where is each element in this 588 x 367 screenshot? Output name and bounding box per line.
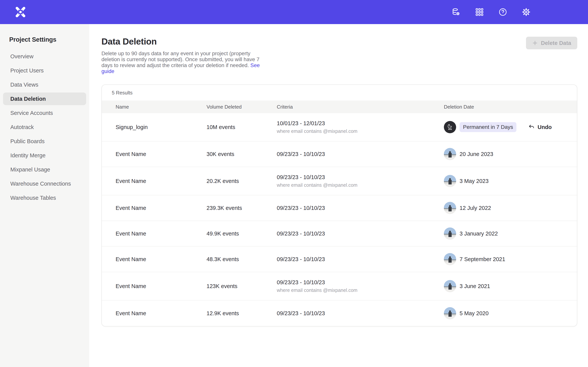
sidebar-item-public-boards[interactable]: Public Boards	[3, 135, 86, 148]
criteria-cell: 09/23/23 - 10/10/23	[277, 256, 444, 262]
deletion-date-text: 12 July 2022	[459, 205, 491, 211]
deletion-date-cell: 7 September 2021	[444, 253, 569, 265]
apps-grid-icon[interactable]	[475, 8, 484, 17]
volume-deleted-cell: 123K events	[207, 283, 277, 289]
sidebar-item-overview[interactable]: Overview	[3, 50, 86, 63]
deletion-table-card: 5 Results Name Volume Deleted Criteria D…	[102, 84, 577, 326]
volume-deleted-cell: 30K events	[207, 151, 277, 157]
top-nav	[0, 0, 588, 24]
table-row: Event Name 239.3K events 09/23/23 - 10/1…	[102, 195, 577, 221]
volume-deleted-cell: 10M events	[207, 124, 277, 130]
event-name-cell: Event Name	[116, 178, 207, 184]
table-row: Event Name 20.2K events 09/23/23 - 10/10…	[102, 167, 577, 195]
criteria-cell: 09/23/23 - 10/10/23	[277, 231, 444, 237]
deletion-date-text: 3 January 2022	[459, 231, 498, 237]
deletion-date-text: 3 June 2021	[459, 283, 490, 289]
page-title: Data Deletion	[102, 36, 270, 47]
criteria-range: 09/23/23 - 10/10/23	[277, 205, 444, 211]
column-header-criteria: Criteria	[277, 104, 444, 110]
user-avatar	[444, 280, 456, 292]
sidebar-item-data-deletion[interactable]: Data Deletion	[3, 92, 86, 105]
event-name-cell: Event Name	[116, 151, 207, 157]
column-header-name: Name	[116, 104, 207, 110]
criteria-cell: 09/23/23 - 10/10/23	[277, 151, 444, 157]
column-header-volume: Volume Deleted	[207, 104, 277, 110]
sidebar-item-label: Overview	[10, 53, 34, 60]
sidebar-item-warehouse-connections[interactable]: Warehouse Connections	[3, 177, 86, 190]
deletion-date-text: 3 May 2023	[459, 178, 489, 184]
results-count: 5 Results	[102, 85, 577, 100]
delete-data-button[interactable]: Delete Data	[526, 37, 577, 49]
criteria-range: 09/23/23 - 10/10/23	[277, 231, 444, 237]
event-name-cell: Event Name	[116, 256, 207, 262]
main-content: Data Deletion Delete up to 90 days data …	[89, 24, 588, 367]
sidebar-item-label: Autotrack	[10, 124, 34, 130]
criteria-cell: 10/01/23 - 12/01/23 where email contains…	[277, 120, 444, 134]
nav-icon-group	[452, 8, 531, 17]
user-avatar	[444, 175, 456, 187]
sidebar-item-warehouse-tables[interactable]: Warehouse Tables	[3, 192, 86, 204]
table-body: Signup_login 10M events 10/01/23 - 12/01…	[102, 113, 577, 326]
deletion-date-cell: 3 January 2022	[444, 227, 569, 240]
table-row: Event Name 123K events 09/23/23 - 10/10/…	[102, 272, 577, 300]
undo-icon	[528, 124, 535, 130]
column-header-deletion-date: Deletion Date	[444, 104, 577, 110]
settings-gear-icon[interactable]	[522, 8, 531, 17]
sidebar-item-label: Project Users	[10, 67, 44, 74]
user-avatar	[444, 148, 456, 160]
help-icon[interactable]	[498, 8, 507, 17]
delete-data-label: Delete Data	[541, 40, 571, 46]
criteria-cell: 09/23/23 - 10/10/23	[277, 310, 444, 317]
volume-deleted-cell: 49.9K events	[207, 231, 277, 237]
volume-deleted-cell: 12.9K events	[207, 310, 277, 317]
user-avatar	[444, 227, 456, 240]
sidebar-item-label: Data Deletion	[10, 96, 46, 102]
deletion-date-cell: 12 July 2022	[444, 202, 569, 214]
page-description-text: Delete up to 90 days data for any event …	[102, 50, 259, 68]
criteria-cell: 09/23/23 - 10/10/23 where email contains…	[277, 174, 444, 188]
criteria-filter: where email contains @mixpanel.com	[277, 287, 444, 293]
sidebar-item-label: Warehouse Tables	[10, 195, 56, 201]
user-avatar	[444, 202, 456, 214]
data-management-icon[interactable]	[452, 8, 460, 17]
criteria-cell: 09/23/23 - 10/10/23 where email contains…	[277, 279, 444, 293]
deletion-date-text: 7 September 2021	[459, 256, 505, 262]
table-row: Event Name 49.9K events 09/23/23 - 10/10…	[102, 221, 577, 247]
criteria-range: 09/23/23 - 10/10/23	[277, 174, 444, 180]
table-row: Signup_login 10M events 10/01/23 - 12/01…	[102, 113, 577, 142]
sidebar-item-identity-merge[interactable]: Identity Merge	[3, 149, 86, 162]
deletion-date-cell: Permanent in 7 Days Undo	[444, 121, 569, 133]
criteria-range: 09/23/23 - 10/10/23	[277, 310, 444, 317]
volume-deleted-cell: 48.3K events	[207, 256, 277, 262]
criteria-range: 09/23/23 - 10/10/23	[277, 256, 444, 262]
table-row: Event Name 30K events 09/23/23 - 10/10/2…	[102, 142, 577, 167]
sidebar-item-label: Service Accounts	[10, 110, 53, 116]
volume-deleted-cell: 20.2K events	[207, 178, 277, 184]
table-row: Event Name 48.3K events 09/23/23 - 10/10…	[102, 247, 577, 272]
criteria-filter: where email contains @mixpanel.com	[277, 128, 444, 134]
event-name-cell: Event Name	[116, 205, 207, 211]
undo-button[interactable]: Undo	[528, 124, 552, 130]
sidebar-item-label: Public Boards	[10, 138, 45, 144]
sidebar-item-mixpanel-usage[interactable]: Mixpanel Usage	[3, 163, 86, 176]
user-avatar	[444, 307, 456, 319]
table-row: Event Name 12.9K events 09/23/23 - 10/10…	[102, 300, 577, 326]
event-name-cell: Event Name	[116, 310, 207, 317]
sidebar-item-data-views[interactable]: Data Views	[3, 78, 86, 91]
sidebar-item-label: Identity Merge	[10, 152, 45, 159]
mixpanel-logo[interactable]	[14, 6, 27, 18]
plus-icon	[532, 40, 538, 46]
deletion-date-cell: 3 May 2023	[444, 175, 569, 187]
sidebar-item-label: Data Views	[10, 82, 38, 88]
sidebar-item-project-users[interactable]: Project Users	[3, 64, 86, 77]
event-name-cell: Event Name	[116, 231, 207, 237]
criteria-filter: where email contains @mixpanel.com	[277, 182, 444, 188]
volume-deleted-cell: 239.3K events	[207, 205, 277, 211]
user-avatar	[444, 121, 456, 133]
deletion-date-cell: 20 June 2023	[444, 148, 569, 160]
sidebar-nav: Overview Project Users Data Views Data D…	[3, 50, 86, 204]
sidebar-item-label: Warehouse Connections	[10, 181, 71, 187]
sidebar-item-autotrack[interactable]: Autotrack	[3, 121, 86, 133]
table-header-row: Name Volume Deleted Criteria Deletion Da…	[102, 100, 577, 113]
sidebar-item-service-accounts[interactable]: Service Accounts	[3, 107, 86, 119]
